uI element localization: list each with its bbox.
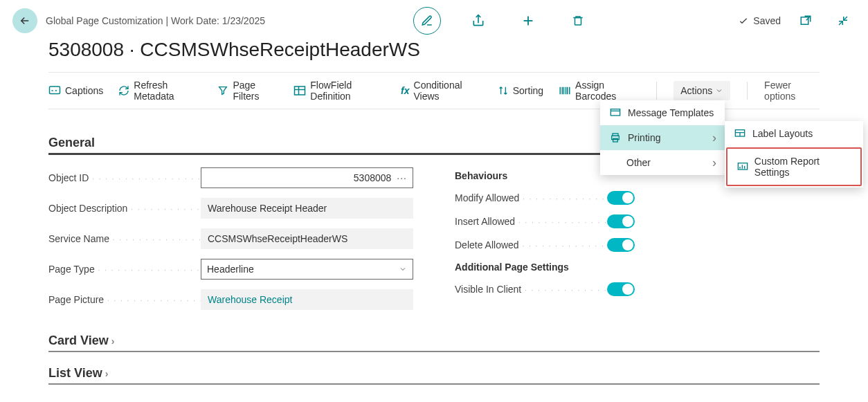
sort-icon [498, 85, 509, 96]
field-service-name: CCSMSWhseReceiptHeaderWS [201, 228, 413, 249]
barcodes-label: Assign Barcodes [575, 80, 640, 102]
menu-custom-report-settings[interactable]: Custom Report Settings [726, 147, 862, 186]
toolbar-divider-2 [747, 82, 748, 100]
field-page-picture[interactable]: Warehouse Receipt [201, 289, 413, 310]
delete-button[interactable] [566, 8, 590, 33]
refresh-action[interactable]: Refresh Metadata [118, 80, 202, 102]
label-page-picture: Page Picture [48, 294, 201, 305]
label-visible-in-client: Visible In Client [455, 284, 607, 295]
filter-icon [217, 85, 228, 96]
report-icon [737, 162, 749, 172]
printing-submenu: Label Layouts Custom Report Settings [725, 121, 863, 188]
saved-label: Saved [753, 15, 781, 26]
back-button[interactable] [12, 8, 37, 33]
actions-menu: Message Templates Printing Other Label L… [600, 100, 725, 175]
barcode-icon [559, 85, 571, 96]
captions-icon [48, 85, 61, 96]
label-page-type: Page Type [48, 264, 201, 275]
actions-menu-button[interactable]: Actions [673, 81, 730, 100]
sorting-action[interactable]: Sorting [498, 85, 543, 96]
new-button[interactable] [516, 8, 541, 33]
section-card-view[interactable]: Card View › [48, 334, 820, 352]
chevron-right-icon: › [111, 336, 115, 347]
label-object-id: Object ID [48, 172, 201, 183]
flowfield-label: FlowField Definition [310, 80, 386, 102]
input-object-id[interactable]: 5308008 ··· [201, 167, 413, 188]
svg-rect-4 [611, 109, 620, 116]
refresh-label: Refresh Metadata [134, 80, 202, 102]
field-object-desc: Warehouse Receipt Header [201, 198, 413, 219]
collapse-button[interactable] [831, 8, 856, 33]
svg-rect-2 [50, 86, 60, 94]
share-button[interactable] [466, 8, 491, 33]
templates-icon [610, 108, 622, 118]
menu-other[interactable]: Other [600, 150, 725, 175]
sorting-label: Sorting [513, 85, 543, 96]
toggle-modify-allowed[interactable] [607, 191, 635, 205]
menu-printing[interactable]: Printing [600, 125, 725, 150]
svg-rect-0 [575, 18, 581, 26]
layout-icon [734, 129, 747, 138]
refresh-icon [118, 85, 129, 96]
value-object-id: 5308008 [354, 172, 392, 183]
actions-label: Actions [680, 85, 712, 96]
menu-custom-report-label: Custom Report Settings [754, 156, 851, 178]
flowfield-icon [293, 85, 306, 96]
toolbar-divider [656, 82, 657, 100]
captions-label: Captions [65, 85, 103, 96]
heading-additional: Additional Page Settings [455, 262, 820, 273]
print-icon [610, 132, 622, 143]
fx-icon: fx [401, 85, 409, 96]
section-card-view-label: Card View [48, 334, 109, 348]
lookup-object-id[interactable]: ··· [397, 172, 407, 183]
label-modify-allowed: Modify Allowed [455, 192, 607, 203]
popout-button[interactable] [793, 8, 818, 33]
section-list-view-label: List View [48, 366, 102, 381]
menu-templates-label: Message Templates [628, 107, 714, 118]
conditional-label: Conditional Views [414, 80, 482, 102]
page-title: 5308008 · CCSMSWhseReceiptHeaderWS [0, 35, 868, 72]
label-object-desc: Object Description [48, 203, 201, 214]
chevron-right-icon-2: › [105, 368, 109, 379]
saved-status: Saved [738, 15, 781, 26]
svg-rect-1 [801, 17, 808, 25]
value-page-type: Headerline [207, 264, 254, 275]
conditional-action[interactable]: fx Conditional Views [401, 80, 482, 102]
toggle-delete-allowed[interactable] [607, 238, 635, 252]
label-service-name: Service Name [48, 233, 201, 244]
section-general-label: General [48, 136, 95, 150]
section-list-view[interactable]: List View › [48, 366, 820, 385]
menu-other-label: Other [626, 157, 651, 168]
barcodes-action[interactable]: Assign Barcodes [559, 80, 640, 102]
menu-printing-label: Printing [628, 132, 660, 143]
select-page-type[interactable]: Headerline [201, 259, 413, 280]
menu-label-layouts-label: Label Layouts [752, 128, 813, 139]
svg-rect-3 [295, 86, 305, 95]
flowfield-action[interactable]: FlowField Definition [293, 80, 386, 102]
captions-action[interactable]: Captions [48, 85, 103, 96]
fewer-options[interactable]: Fewer options [764, 80, 820, 102]
toggle-visible-in-client[interactable] [607, 282, 635, 296]
breadcrumb: Global Page Customization | Work Date: 1… [46, 15, 265, 26]
toggle-insert-allowed[interactable] [607, 214, 635, 228]
menu-label-layouts[interactable]: Label Layouts [725, 121, 863, 146]
menu-message-templates[interactable]: Message Templates [600, 100, 725, 125]
filters-action[interactable]: Page Filters [217, 80, 278, 102]
label-delete-allowed: Delete Allowed [455, 239, 607, 250]
filters-label: Page Filters [233, 80, 278, 102]
edit-button[interactable] [413, 7, 441, 35]
chevron-down-icon [399, 265, 407, 273]
label-insert-allowed: Insert Allowed [455, 216, 607, 227]
